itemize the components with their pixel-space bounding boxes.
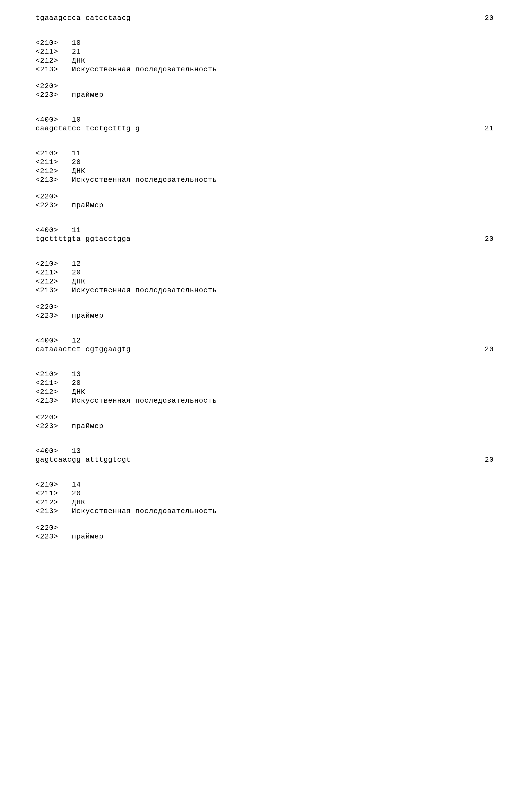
sequence-row: caagctatcc tcctgctttg g 21 <box>35 124 494 133</box>
meta-212: <212> ДНК <box>35 167 494 176</box>
sequence-row: cataaactct cgtggaagtg 20 <box>35 345 494 354</box>
tag-label: <223> <box>35 533 58 541</box>
tag-label: <210> <box>35 149 58 157</box>
tag-value: ДНК <box>72 57 85 65</box>
tag-value: праймер <box>72 91 104 99</box>
tag-label: <213> <box>35 286 58 294</box>
tag-value: ДНК <box>72 388 85 396</box>
sequence-row: tgcttttgta ggtacctgga 20 <box>35 234 494 244</box>
tag-label: <220> <box>35 524 58 532</box>
meta-210: <210> 13 <box>35 370 494 379</box>
tag-value: 12 <box>72 260 81 268</box>
tag-label: <220> <box>35 413 58 422</box>
meta-212: <212> ДНК <box>35 387 494 397</box>
tag-value: 21 <box>72 48 81 56</box>
tag-label: <212> <box>35 167 58 175</box>
tag-value: 14 <box>72 480 81 489</box>
meta-220: <220> <box>35 303 494 311</box>
tag-label: <223> <box>35 422 58 430</box>
tag-label: <223> <box>35 311 58 320</box>
meta-210: <210> 10 <box>35 39 494 48</box>
meta-213: <213> Искусственная последовательность <box>35 175 494 184</box>
tag-value: ДНК <box>72 498 85 506</box>
sequence-length: 20 <box>485 14 494 23</box>
tag-label: <213> <box>35 397 58 405</box>
meta-213: <213> Искусственная последовательность <box>35 507 494 516</box>
meta-213: <213> Искусственная последовательность <box>35 286 494 295</box>
tag-label: <211> <box>35 489 58 498</box>
tag-value: праймер <box>72 311 104 320</box>
meta-223: <223> праймер <box>35 91 494 100</box>
tag-value: Искусственная последовательность <box>72 507 217 515</box>
meta-213: <213> Искусственная последовательность <box>35 396 494 406</box>
meta-220: <220> <box>35 192 494 201</box>
tag-label: <223> <box>35 201 58 209</box>
tag-value: Искусственная последовательность <box>72 65 217 74</box>
tag-label: <400> <box>35 226 58 234</box>
tag-label: <210> <box>35 480 58 489</box>
meta-210: <210> 12 <box>35 259 494 269</box>
tag-value: 10 <box>72 116 81 124</box>
tag-label: <220> <box>35 303 58 311</box>
tag-label: <400> <box>35 447 58 455</box>
tag-label: <211> <box>35 48 58 56</box>
meta-210: <210> 14 <box>35 480 494 489</box>
sequence-length: 21 <box>485 124 494 133</box>
sequence-row: gagtcaacgg atttggtcgt 20 <box>35 455 494 464</box>
meta-223: <223> праймер <box>35 422 494 431</box>
tag-label: <220> <box>35 193 58 201</box>
meta-212: <212> ДНК <box>35 56 494 65</box>
tag-label: <211> <box>35 379 58 387</box>
meta-210: <210> 11 <box>35 149 494 158</box>
meta-211: <211> 20 <box>35 379 494 387</box>
meta-212: <212> ДНК <box>35 277 494 286</box>
tag-label: <212> <box>35 498 58 506</box>
tag-label: <400> <box>35 336 58 345</box>
sequence-text: tgcttttgta ggtacctgga <box>35 234 131 244</box>
tag-value: 20 <box>72 379 81 387</box>
sequence-text: caagctatcc tcctgctttg g <box>35 124 140 133</box>
tag-value: Искусственная последовательность <box>72 176 217 184</box>
meta-211: <211> 21 <box>35 47 494 56</box>
tag-value: 13 <box>72 370 81 378</box>
meta-400: <400> 13 <box>35 447 494 456</box>
tag-value: ДНК <box>72 167 85 175</box>
tag-label: <213> <box>35 65 58 74</box>
tag-label: <210> <box>35 260 58 268</box>
tag-value: Искусственная последовательность <box>72 397 217 405</box>
tag-value: 20 <box>72 489 81 498</box>
sequence-length: 20 <box>485 345 494 354</box>
sequence-text: tgaaagccca catcctaacg <box>35 14 131 23</box>
tag-label: <400> <box>35 116 58 124</box>
tag-value: 10 <box>72 39 81 47</box>
tag-label: <213> <box>35 507 58 515</box>
meta-220: <220> <box>35 523 494 533</box>
sequence-row: tgaaagccca catcctaacg 20 <box>35 14 494 23</box>
tag-label: <212> <box>35 277 58 286</box>
tag-label: <212> <box>35 57 58 65</box>
tag-label: <211> <box>35 158 58 166</box>
tag-value: 20 <box>72 158 81 166</box>
tag-value: праймер <box>72 533 104 541</box>
tag-value: 12 <box>72 336 81 345</box>
meta-400: <400> 11 <box>35 226 494 235</box>
sequence-text: cataaactct cgtggaagtg <box>35 345 131 354</box>
tag-label: <211> <box>35 269 58 277</box>
meta-223: <223> праймер <box>35 201 494 210</box>
tag-value: праймер <box>72 422 104 430</box>
tag-label: <213> <box>35 176 58 184</box>
meta-211: <211> 20 <box>35 489 494 498</box>
meta-220: <220> <box>35 82 494 91</box>
tag-value: 20 <box>72 269 81 277</box>
tag-label: <220> <box>35 82 58 90</box>
meta-212: <212> ДНК <box>35 498 494 507</box>
sequence-length: 20 <box>485 455 494 464</box>
tag-value: Искусственная последовательность <box>72 286 217 294</box>
tag-value: 11 <box>72 149 81 157</box>
sequence-text: gagtcaacgg atttggtcgt <box>35 455 131 464</box>
tag-value: ДНК <box>72 277 85 286</box>
meta-220: <220> <box>35 413 494 422</box>
tag-value: праймер <box>72 201 104 209</box>
tag-label: <223> <box>35 91 58 99</box>
meta-400: <400> 12 <box>35 336 494 345</box>
